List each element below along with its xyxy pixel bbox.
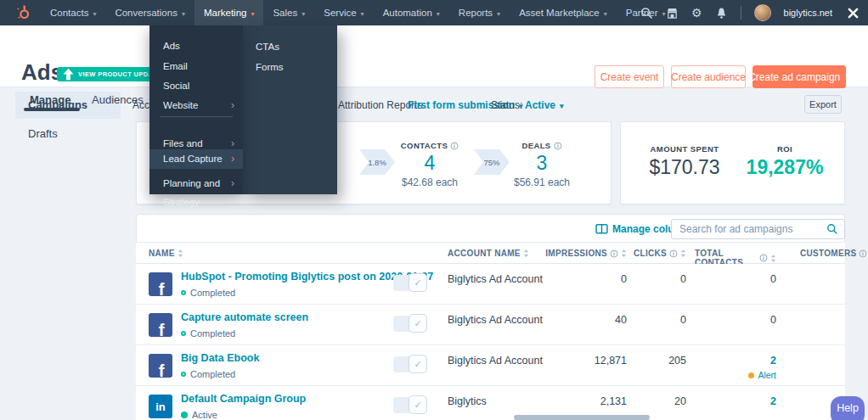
status-active-icon [181,412,188,418]
total-contacts-cell: 2 [695,395,776,407]
deals-cost: $56.91 each [495,176,589,188]
info-icon[interactable] [554,142,562,150]
roi-value: 19,287% [730,156,840,179]
amount-spent-value: $170.73 [629,156,740,179]
info-icon[interactable] [759,254,768,262]
total-contacts-link[interactable]: 2 [770,395,776,407]
close-icon[interactable] [847,7,860,20]
impressions-cell: 2,131 [501,395,627,407]
sort-icon[interactable] [770,254,776,263]
nav-item-marketing[interactable]: Marketing [194,0,264,25]
menu-divider [160,116,233,117]
create-audience-button[interactable]: Create audience [671,65,746,88]
sidebar-item-drafts[interactable]: Drafts [28,127,58,140]
active-tab-underline [24,108,80,111]
marketplace-icon[interactable] [666,7,679,20]
page-header: Ads VIEW PRODUCT UPDATES Create event Cr… [0,25,868,87]
checkmark-icon [409,314,427,333]
info-icon[interactable] [669,249,678,258]
impressions-cell: 0 [501,273,627,285]
settings-gear-icon[interactable]: ⚙ [691,7,702,20]
deals-stat: DEALS 3 $56.91 each [495,141,589,188]
table-row[interactable]: f Capture automate screen Completed Bigl… [136,305,845,345]
campaign-name-link[interactable]: Capture automate screen [181,311,308,323]
sort-icon[interactable] [680,249,686,258]
table-row[interactable]: f Big Data Ebook Completed Biglytics Ad … [136,345,845,386]
lead-capture-submenu: CTAs Forms [243,25,337,194]
hubspot-logo-icon[interactable] [14,3,32,22]
nav-item-conversations[interactable]: Conversations [105,0,194,25]
alert-badge[interactable]: Alert [695,370,776,380]
status-completed-icon [181,290,186,295]
menu-item-forms[interactable]: Forms [243,58,337,76]
menu-item-ctas[interactable]: CTAs [243,37,337,56]
facebook-icon: f [149,313,172,337]
product-updates-icon [62,68,75,81]
column-header-impressions[interactable]: IMPRESSIONS [501,249,627,258]
account-domain[interactable]: biglytics.net [784,8,832,18]
divider [741,6,741,20]
roi-stat: ROI 19,287% [730,144,840,179]
nav-item-contacts[interactable]: Contacts [41,0,105,25]
column-header-name[interactable]: NAME [149,249,183,258]
table-row[interactable]: f HubSpot - Promoting Biglytics post on … [136,264,845,305]
horizontal-scrollbar[interactable] [514,415,650,420]
tab-manage[interactable]: Manage [30,93,70,106]
menu-item-planning-and-strategy[interactable]: Planning and Strategy [149,174,243,193]
menu-item-lead-capture[interactable]: Lead Capture [149,149,243,169]
deals-value: 3 [495,152,589,175]
info-icon[interactable] [859,249,867,258]
menu-item-email[interactable]: Email [149,57,243,76]
sort-icon[interactable] [178,249,183,258]
table-header-row: NAME ACCOUNT NAME IMPRESSIONS CLICKS TOT… [136,242,845,264]
create-event-button[interactable]: Create event [595,65,664,88]
sort-icon[interactable] [621,249,627,258]
notifications-bell-icon[interactable] [715,7,728,20]
help-button[interactable]: Help [831,396,865,420]
tab-audiences[interactable]: Audiences [92,93,144,106]
impressions-cell: 12,871 [501,355,627,367]
nav-item-asset-marketplace[interactable]: Asset Marketplace [510,0,617,25]
sync-toggle[interactable] [393,356,426,372]
info-icon[interactable] [450,142,459,150]
menu-item-social[interactable]: Social [149,76,243,95]
total-contacts-link[interactable]: 2 [770,355,776,367]
clicks-cell: 0 [635,273,686,285]
campaign-name-link[interactable]: Default Campaign Group [181,393,306,405]
column-header-clicks[interactable]: CLICKS [635,249,686,258]
sync-toggle[interactable] [393,316,426,332]
campaign-name-link[interactable]: Big Data Ebook [181,352,259,364]
impressions-cell: 40 [501,314,627,326]
linkedin-icon: in [149,395,172,418]
status-badge: Active [181,410,217,420]
status-badge: Completed [181,369,235,379]
search-input[interactable] [671,219,845,239]
status-completed-icon [181,372,186,377]
status-dropdown[interactable]: Active [525,99,564,111]
checkmark-icon [409,395,427,414]
menu-item-website[interactable]: Website [149,96,243,115]
status-badge: Completed [181,328,235,339]
account-name-cell: Biglytics [448,395,487,407]
search-icon[interactable] [826,223,838,235]
info-icon[interactable] [610,249,618,258]
screen: Ads VIEW PRODUCT UPDATES Create event Cr… [0,0,868,420]
nav-item-automation[interactable]: Automation [374,0,449,25]
export-button[interactable]: Export [804,95,842,114]
create-ad-campaign-button[interactable]: Create ad campaign [752,65,846,88]
facebook-icon: f [149,354,172,378]
primary-nav: Contacts Conversations Marketing Sales S… [41,0,674,25]
search-icon[interactable] [640,7,653,20]
nav-item-service[interactable]: Service [314,0,373,25]
column-header-customers[interactable]: CUSTOMERS [800,249,867,258]
nav-item-reports[interactable]: Reports [449,0,510,25]
avatar[interactable] [754,4,771,21]
amount-spent-stat: AMOUNT SPENT $170.73 [629,144,740,179]
table-row[interactable]: in Default Campaign Group Active Biglyti… [136,386,845,420]
menu-item-ads[interactable]: Ads [149,36,243,55]
contacts-value: 4 [383,152,476,175]
nav-item-sales[interactable]: Sales [263,0,314,25]
total-contacts-cell: 0 [695,273,776,285]
sync-toggle[interactable] [393,397,426,413]
sync-toggle[interactable] [393,275,426,291]
